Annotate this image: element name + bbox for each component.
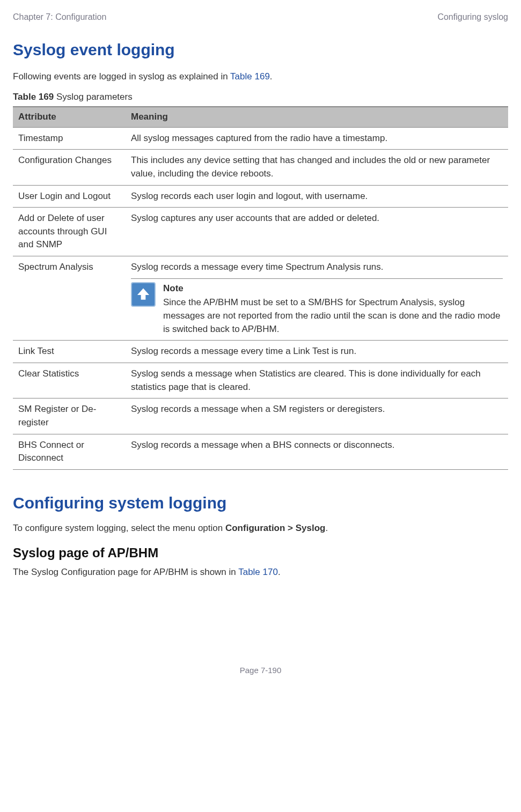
intro-paragraph: Following events are logged in syslog as… bbox=[13, 70, 508, 84]
cell-attribute: SM Register or De-register bbox=[13, 398, 126, 434]
table-row: Configuration Changes This includes any … bbox=[13, 150, 508, 185]
table-row: BHS Connect or Disconnect Syslog records… bbox=[13, 434, 508, 469]
col-header-meaning: Meaning bbox=[126, 107, 508, 127]
menu-path: Configuration > Syslog bbox=[225, 523, 326, 533]
table-header-row: Attribute Meaning bbox=[13, 107, 508, 127]
table-row: Add or Delete of user accounts through G… bbox=[13, 208, 508, 256]
table-170-link[interactable]: Table 170 bbox=[238, 567, 278, 577]
cell-meaning: Syslog records a message when a BHS conn… bbox=[126, 434, 508, 469]
configure-text-post: . bbox=[326, 523, 328, 533]
header-right: Configuring syslog bbox=[437, 11, 508, 23]
sub-text-post: . bbox=[278, 567, 281, 577]
cell-attribute: Spectrum Analysis bbox=[13, 256, 126, 341]
syslog-parameters-table: Attribute Meaning Timestamp All syslog m… bbox=[13, 106, 508, 470]
table-row: Timestamp All syslog messages captured f… bbox=[13, 127, 508, 150]
cell-meaning: All syslog messages captured from the ra… bbox=[126, 127, 508, 150]
cell-attribute: Timestamp bbox=[13, 127, 126, 150]
table-row: Spectrum Analysis Syslog records a messa… bbox=[13, 256, 508, 341]
table-row: SM Register or De-register Syslog record… bbox=[13, 398, 508, 434]
cell-attribute: Link Test bbox=[13, 341, 126, 363]
table-169-link[interactable]: Table 169 bbox=[230, 71, 270, 82]
cell-meaning-text: Syslog records a message every time Spec… bbox=[131, 262, 384, 272]
table-caption-text: Syslog parameters bbox=[54, 92, 132, 102]
subsection-title-syslog-page: Syslog page of AP/BHM bbox=[13, 544, 508, 563]
cell-attribute: Configuration Changes bbox=[13, 150, 126, 185]
subsection-paragraph: The Syslog Configuration page for AP/BHM… bbox=[13, 566, 508, 579]
cell-attribute: Add or Delete of user accounts through G… bbox=[13, 208, 126, 256]
note-title: Note bbox=[163, 282, 503, 296]
section-title-configuring-system-logging: Configuring system logging bbox=[13, 491, 508, 515]
cell-meaning: Syslog sends a message when Statistics a… bbox=[126, 363, 508, 398]
cell-meaning: This includes any device setting that ha… bbox=[126, 150, 508, 185]
cell-attribute: BHS Connect or Disconnect bbox=[13, 434, 126, 469]
table-row: User Login and Logout Syslog records eac… bbox=[13, 185, 508, 208]
table-row: Link Test Syslog records a message every… bbox=[13, 341, 508, 363]
sub-text-pre: The Syslog Configuration page for AP/BHM… bbox=[13, 567, 238, 577]
cell-meaning: Syslog records each user login and logou… bbox=[126, 185, 508, 208]
table-caption-num: Table 169 bbox=[13, 92, 54, 102]
intro-text-pre: Following events are logged in syslog as… bbox=[13, 71, 230, 82]
table-row: Clear Statistics Syslog sends a message … bbox=[13, 363, 508, 398]
header-left: Chapter 7: Configuration bbox=[13, 11, 106, 23]
cell-attribute: User Login and Logout bbox=[13, 185, 126, 208]
col-header-attribute: Attribute bbox=[13, 107, 126, 127]
cell-meaning: Syslog records a message every time Spec… bbox=[126, 256, 508, 341]
section-title-syslog-event-logging: Syslog event logging bbox=[13, 38, 508, 62]
page-footer: Page 7-190 bbox=[13, 665, 508, 676]
configure-paragraph: To configure system logging, select the … bbox=[13, 522, 508, 535]
page-header: Chapter 7: Configuration Configuring sys… bbox=[13, 11, 508, 23]
note-body: Since the AP/BHM must be set to a SM/BHS… bbox=[163, 297, 500, 334]
configure-text-pre: To configure system logging, select the … bbox=[13, 523, 225, 533]
intro-text-post: . bbox=[270, 71, 273, 82]
note-text: Note Since the AP/BHM must be set to a S… bbox=[163, 282, 503, 336]
cell-meaning: Syslog captures any user accounts that a… bbox=[126, 208, 508, 256]
table-caption: Table 169 Syslog parameters bbox=[13, 91, 508, 104]
note-icon bbox=[131, 282, 156, 307]
cell-attribute: Clear Statistics bbox=[13, 363, 126, 398]
note-callout: Note Since the AP/BHM must be set to a S… bbox=[131, 278, 503, 336]
cell-meaning: Syslog records a message every time a Li… bbox=[126, 341, 508, 363]
cell-meaning: Syslog records a message when a SM regis… bbox=[126, 398, 508, 434]
